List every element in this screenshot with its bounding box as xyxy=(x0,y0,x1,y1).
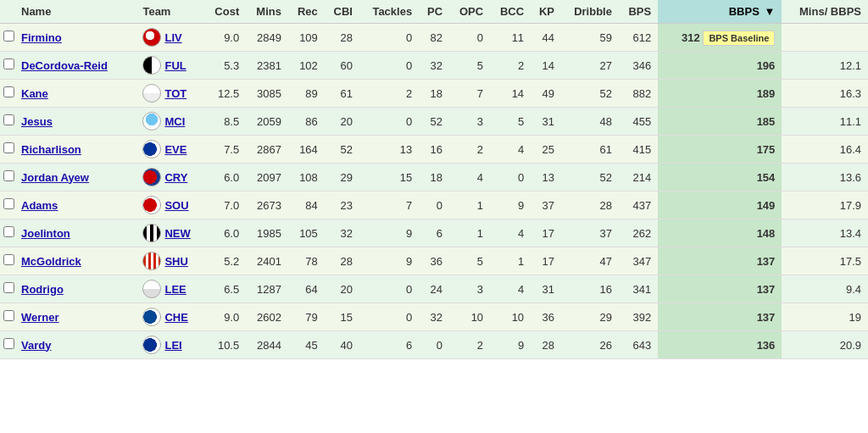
cell-rec: 108 xyxy=(288,164,325,192)
cell-bbps: 175 xyxy=(658,136,782,164)
header-tackles[interactable]: Tackles xyxy=(359,0,419,24)
player-name-link[interactable]: Werner xyxy=(21,311,59,324)
cell-bcc: 9 xyxy=(490,192,531,219)
cell-mins: 1287 xyxy=(246,275,288,303)
row-checkbox[interactable] xyxy=(3,282,14,293)
team-badge xyxy=(142,168,161,186)
cell-rec: 45 xyxy=(288,331,325,359)
header-cbi[interactable]: CBI xyxy=(325,0,359,24)
cell-bcc: 4 xyxy=(490,219,531,247)
header-team[interactable]: Team xyxy=(139,0,204,24)
cell-mins-bbps: 16.3 xyxy=(782,80,868,108)
team-abbr[interactable]: MCI xyxy=(164,115,185,128)
row-checkbox[interactable] xyxy=(3,198,14,209)
row-checkbox[interactable] xyxy=(3,86,14,97)
player-name-link[interactable]: Richarlison xyxy=(21,143,81,156)
row-checkbox[interactable] xyxy=(3,310,14,321)
cell-bcc: 11 xyxy=(490,24,531,52)
cell-mins-bbps: 9.4 xyxy=(782,275,868,303)
cell-rec: 105 xyxy=(288,219,325,247)
player-name-link[interactable]: Rodrigo xyxy=(21,283,64,296)
table-row: Adams SOU 7.02673842370193728437149 17.9 xyxy=(0,192,868,219)
header-dribble[interactable]: Dribble xyxy=(561,0,619,24)
team-abbr[interactable]: LEE xyxy=(164,283,186,296)
header-pc[interactable]: PC xyxy=(419,0,449,24)
header-kp[interactable]: KP xyxy=(531,0,561,24)
table-row: Kane TOT 12.5308589612187144952882189 16… xyxy=(0,80,868,108)
player-name-link[interactable]: DeCordova-Reid xyxy=(21,59,108,72)
player-name-cell: Vardy xyxy=(18,331,139,359)
cell-cbi: 52 xyxy=(325,136,359,164)
team-abbr[interactable]: LEI xyxy=(164,339,181,352)
team-cell: EVE xyxy=(139,136,204,164)
header-mins[interactable]: Mins xyxy=(246,0,288,24)
cell-dribble: 52 xyxy=(561,80,619,108)
cell-bps: 455 xyxy=(619,108,658,136)
player-name-link[interactable]: Adams xyxy=(21,199,58,212)
table-row: Werner CHE 9.02602791503210103629392137 … xyxy=(0,303,868,331)
cell-dribble: 59 xyxy=(561,24,619,52)
header-bbps[interactable]: BBPS ▼ xyxy=(658,0,782,24)
player-name-link[interactable]: Joelinton xyxy=(21,227,70,240)
row-checkbox[interactable] xyxy=(3,226,14,237)
header-bcc[interactable]: BCC xyxy=(490,0,531,24)
row-checkbox[interactable] xyxy=(3,114,14,125)
cell-bbps: 136 xyxy=(658,331,782,359)
header-cost[interactable]: Cost xyxy=(204,0,246,24)
cell-bcc: 5 xyxy=(490,108,531,136)
cell-bps: 415 xyxy=(619,136,658,164)
row-checkbox[interactable] xyxy=(3,58,14,69)
team-badge xyxy=(142,224,161,242)
cell-opc: 0 xyxy=(449,24,490,52)
team-abbr[interactable]: SHU xyxy=(164,255,187,268)
row-checkbox[interactable] xyxy=(3,254,14,265)
team-abbr[interactable]: SOU xyxy=(164,199,188,212)
header-bps[interactable]: BPS xyxy=(619,0,658,24)
cell-mins-bbps: 20.9 xyxy=(782,331,868,359)
row-checkbox[interactable] xyxy=(3,338,14,349)
team-abbr[interactable]: FUL xyxy=(164,59,186,72)
cell-opc: 2 xyxy=(449,331,490,359)
team-abbr[interactable]: CRY xyxy=(164,171,187,184)
team-abbr[interactable]: LIV xyxy=(164,31,181,44)
player-name-link[interactable]: Firmino xyxy=(21,31,62,44)
team-cell: SHU xyxy=(139,247,204,275)
player-name-cell: Werner xyxy=(18,303,139,331)
player-name-link[interactable]: Jordan Ayew xyxy=(21,171,89,184)
row-checkbox[interactable] xyxy=(3,170,14,181)
header-mins-bbps[interactable]: Mins/ BBPS xyxy=(782,0,868,24)
row-checkbox-cell xyxy=(0,136,18,164)
row-checkbox-cell xyxy=(0,108,18,136)
team-badge xyxy=(142,252,161,270)
cell-cbi: 23 xyxy=(325,192,359,219)
cell-cost: 5.3 xyxy=(204,52,246,80)
player-name-link[interactable]: Jesus xyxy=(21,115,53,128)
team-abbr[interactable]: EVE xyxy=(164,143,186,156)
player-name-cell: Rodrigo xyxy=(18,275,139,303)
header-name[interactable]: Name xyxy=(18,0,139,24)
player-name-link[interactable]: McGoldrick xyxy=(21,255,81,268)
row-checkbox-cell xyxy=(0,219,18,247)
cell-opc: 5 xyxy=(449,52,490,80)
header-opc[interactable]: OPC xyxy=(449,0,490,24)
cell-tackles: 0 xyxy=(359,303,419,331)
team-abbr[interactable]: TOT xyxy=(164,87,186,100)
player-name-link[interactable]: Kane xyxy=(21,87,48,100)
row-checkbox-cell xyxy=(0,52,18,80)
team-abbr[interactable]: CHE xyxy=(164,311,187,324)
team-abbr[interactable]: NEW xyxy=(164,227,190,240)
cell-kp: 36 xyxy=(531,303,561,331)
player-name-cell: DeCordova-Reid xyxy=(18,52,139,80)
header-rec[interactable]: Rec xyxy=(288,0,325,24)
cell-pc: 32 xyxy=(419,52,449,80)
table-row: Vardy LEI 10.52844454060292826643136 20.… xyxy=(0,331,868,359)
cell-opc: 7 xyxy=(449,80,490,108)
cell-opc: 1 xyxy=(449,192,490,219)
cell-cost: 9.0 xyxy=(204,24,246,52)
player-name-link[interactable]: Vardy xyxy=(21,339,51,352)
row-checkbox[interactable] xyxy=(3,142,14,153)
table-row: Joelinton NEW 6.019851053296141737262148… xyxy=(0,219,868,247)
cell-bbps: 185 xyxy=(658,108,782,136)
team-cell: FUL xyxy=(139,52,204,80)
row-checkbox[interactable] xyxy=(3,31,14,42)
